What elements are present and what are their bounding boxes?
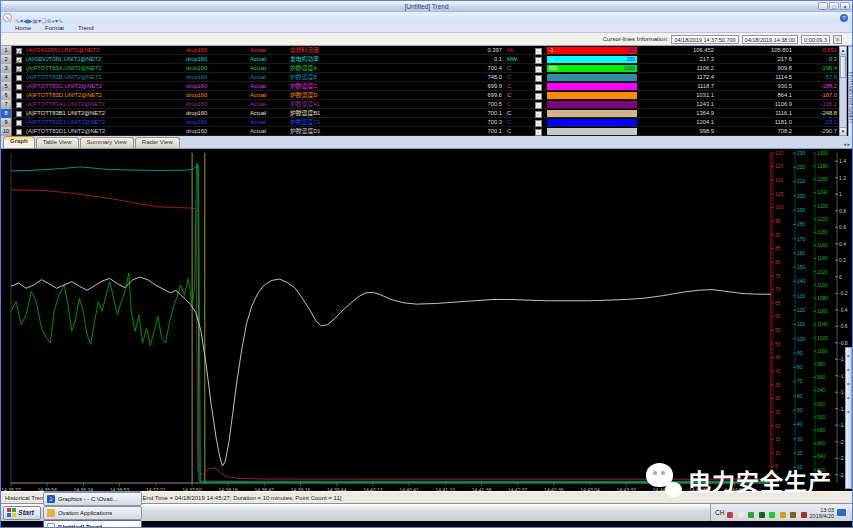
tab-graph[interactable]: Graph <box>3 136 35 148</box>
signal-name: (A)03A02681.UNIT2@NET2 <box>26 46 186 55</box>
help-icon[interactable]: ? <box>840 14 848 22</box>
scale-edit-icon[interactable]: ▫ <box>530 82 546 91</box>
axis-tick-label-fuel: 95 <box>775 218 781 224</box>
visibility-checkbox[interactable] <box>12 91 26 100</box>
cursor1-value: 217.3 <box>638 55 714 64</box>
visibility-checkbox[interactable]: ✓ <box>12 64 26 73</box>
tray-icon-3[interactable] <box>748 512 754 518</box>
row-number[interactable]: 3 <box>1 64 12 73</box>
row-number[interactable]: 7 <box>1 100 12 109</box>
signal-unit: C <box>502 73 530 82</box>
color-scale-swatch[interactable] <box>546 73 638 82</box>
row-number[interactable]: 10 <box>1 127 12 136</box>
row-number[interactable]: 8 <box>1 109 12 118</box>
signal-name: (A)FTOTT83B1.UNIT2@NET2 <box>26 109 186 118</box>
taskbar-button[interactable]: 1Graphics - - C:\Ovati... <box>43 492 142 506</box>
cursor-delta-value: -167.0 <box>792 91 839 100</box>
menu-item-trend[interactable]: Trend <box>78 25 93 31</box>
tab-table-view[interactable]: Table View <box>36 137 79 148</box>
visibility-checkbox[interactable] <box>12 100 26 109</box>
axis-tick-label-power: 40 <box>797 421 803 427</box>
tray-icon-8[interactable] <box>801 512 807 518</box>
taskbar-button[interactable]: ∿[Untitled] Trend <box>43 520 142 528</box>
visibility-checkbox[interactable] <box>12 127 26 136</box>
visibility-checkbox[interactable]: ✓ <box>12 55 26 64</box>
scale-edit-icon[interactable]: ▫ <box>530 118 546 127</box>
cursor2-value: 1114.5 <box>714 73 792 82</box>
cursor-info-close-icon[interactable]: x <box>833 35 842 44</box>
table-row[interactable]: 10(A)FTOTT83D1.UNIT2@NET2drop160Actual炉膛… <box>1 127 839 136</box>
axis-tick-label-fuel: 110 <box>775 177 783 183</box>
cursor-delta-value: -188.2 <box>792 82 839 91</box>
maximize-button[interactable]: □ <box>829 2 839 10</box>
window-title: [Untitled] Trend <box>1 3 852 10</box>
side-panel-tab[interactable]: FTOTT83B1.UNIT2@NET2 <box>848 46 853 150</box>
minimize-button[interactable]: _ <box>818 2 828 10</box>
scroll-down-icon[interactable]: ▼ <box>840 127 846 135</box>
tray-icon-2[interactable] <box>738 512 744 518</box>
visibility-checkbox[interactable] <box>12 82 26 91</box>
signal-name: (A)FTOTT83D1.UNIT2@NET2 <box>26 127 186 136</box>
color-scale-swatch[interactable]: 8001300 <box>546 64 638 73</box>
row-number[interactable]: 2 <box>1 55 12 64</box>
row-number[interactable]: 6 <box>1 91 12 100</box>
row-number[interactable]: 4 <box>1 73 12 82</box>
visibility-checkbox[interactable] <box>12 118 26 127</box>
cursor-delta: 0:00:09.3 <box>801 35 830 44</box>
tray-icon-6[interactable] <box>780 512 786 518</box>
time-tick-label: 14:41:38 <box>472 487 492 491</box>
scale-edit-icon[interactable]: ▫ <box>530 46 546 55</box>
scroll-up-icon[interactable]: ▲ <box>840 47 846 55</box>
scale-edit-icon[interactable]: ▫ <box>530 109 546 118</box>
tab-scroll-icons[interactable]: ◂ ▸ <box>844 141 850 147</box>
scale-edit-icon[interactable]: ▫ <box>530 91 546 100</box>
chart-canvas[interactable]: 14:35:2714:35:5614:36:2414:36:5314:37:21… <box>1 149 853 491</box>
color-scale-swatch[interactable] <box>546 127 638 136</box>
cursor1-value: 1204.1 <box>638 118 714 127</box>
tray-icon-4[interactable] <box>759 512 765 518</box>
visibility-checkbox[interactable]: ✓ <box>12 46 26 55</box>
color-scale-swatch[interactable] <box>546 100 638 109</box>
annotate-icon[interactable]: ∿ <box>58 18 63 24</box>
scale-edit-icon[interactable]: ▫ <box>530 55 546 64</box>
cursor2-value: 930.5 <box>714 82 792 91</box>
trend-chart[interactable]: 14:35:2714:35:5614:36:2414:36:5314:37:21… <box>1 149 852 491</box>
network-icon[interactable] <box>837 509 846 516</box>
tray-icon-5[interactable] <box>769 512 775 518</box>
input-language-indicator[interactable]: CH <box>715 509 724 516</box>
tab-radar-view[interactable]: Radar View <box>135 137 180 148</box>
scale-edit-icon[interactable]: ▫ <box>530 100 546 109</box>
tab-summary-view[interactable]: Summary View <box>80 137 134 148</box>
axis-tick-label-power: 80 <box>797 364 803 370</box>
tray-icon-1[interactable] <box>727 512 733 518</box>
color-scale-swatch[interactable]: -1120 <box>546 46 638 55</box>
scale-edit-icon[interactable]: ▫ <box>530 127 546 136</box>
taskbar-button[interactable]: Ovation Applications <box>43 506 142 520</box>
visibility-checkbox[interactable] <box>12 73 26 82</box>
scale-edit-icon[interactable]: ▫ <box>530 64 546 73</box>
row-number[interactable]: 5 <box>1 82 12 91</box>
color-scale-swatch[interactable]: -1230 <box>546 55 638 64</box>
cursor2-value: 1181.0 <box>714 118 792 127</box>
signal-current-value: 700.1 <box>364 109 502 118</box>
time-tick-label: 14:35:56 <box>37 487 57 491</box>
signal-drop: drop160 <box>186 109 234 118</box>
color-scale-swatch[interactable] <box>546 118 638 127</box>
visibility-checkbox[interactable] <box>12 109 26 118</box>
cursor-delta-value: -57.9 <box>792 73 839 82</box>
table-scrollbar[interactable]: ▲ ▼ <box>839 46 847 136</box>
chart-side-scrollbar[interactable]: ▸▸▸▸▸ <box>845 347 852 489</box>
row-number[interactable]: 9 <box>1 118 12 127</box>
close-button[interactable]: ✕ <box>840 2 850 10</box>
signal-description: 炉膛温度A <box>290 64 364 73</box>
start-button[interactable]: Start <box>3 506 41 520</box>
signal-mode: Actual <box>234 82 290 91</box>
scale-edit-icon[interactable]: ▫ <box>530 73 546 82</box>
row-number[interactable]: 1 <box>1 46 12 55</box>
tray-icon-7[interactable] <box>790 512 796 518</box>
color-scale-swatch[interactable] <box>546 109 638 118</box>
axis-tick-label-aux: 1.4 <box>839 158 846 164</box>
scroll-thumb[interactable] <box>840 56 846 78</box>
color-scale-swatch[interactable] <box>546 82 638 91</box>
color-scale-swatch[interactable] <box>546 91 638 100</box>
